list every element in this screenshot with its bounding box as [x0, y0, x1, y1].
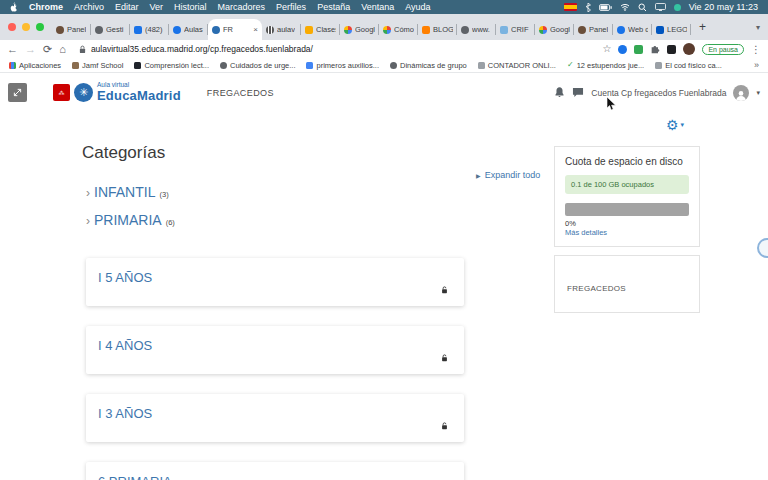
menubar-item-ayuda[interactable]: Ayuda: [405, 2, 430, 12]
profile-avatar[interactable]: [683, 43, 695, 55]
menubar-item-perfiles[interactable]: Perfiles: [276, 2, 306, 12]
settings-gear-menu[interactable]: ⚙ ▾: [666, 118, 684, 132]
menubar-item-ventana[interactable]: Ventana: [361, 2, 394, 12]
extensions-puzzle-icon[interactable]: [650, 44, 660, 54]
tab-favicon-avatar: [578, 26, 586, 34]
bluetooth-icon[interactable]: [585, 3, 591, 12]
site-header: ⁂ ✳ Aula virtual EducaMadrid FREGACEDOS …: [0, 74, 768, 111]
page-content: ⚙ ▾ Categorías ▶ Expandir todo › INFANTI…: [0, 111, 768, 480]
tab-strip: Panel Gesti (482) Aulas FR× aulav Clases…: [0, 14, 768, 40]
tab-www[interactable]: www.: [457, 19, 496, 40]
extension-blue-icon[interactable]: [618, 45, 627, 54]
tab-favicon-blogger: [422, 26, 430, 34]
tab-lego[interactable]: LEGO: [652, 19, 691, 40]
minimize-window-button[interactable]: [22, 23, 30, 31]
chevron-right-icon[interactable]: ›: [86, 214, 90, 228]
educamadrid-logo-icon: ✳: [74, 83, 93, 102]
menubar-item-editar[interactable]: Editar: [115, 2, 139, 12]
profile-paused-badge[interactable]: En pausa: [702, 44, 744, 55]
expand-all-link[interactable]: ▶ Expandir todo: [476, 170, 540, 180]
home-button[interactable]: ⌂: [59, 44, 66, 55]
bookmark-el-cod-fisico[interactable]: El cod físico ca...: [655, 61, 722, 70]
tab-google-2[interactable]: Googl: [535, 19, 574, 40]
back-button[interactable]: ←: [7, 44, 18, 55]
bookmarks-overflow-chevron-icon[interactable]: »: [754, 60, 759, 70]
tab-fregacedos-active[interactable]: FR×: [208, 19, 262, 40]
messages-bubble-icon[interactable]: [572, 84, 584, 102]
course-card-i4[interactable]: I 4 AÑOS: [86, 326, 464, 374]
tab-mail[interactable]: (482): [130, 19, 169, 40]
account-dropdown-caret-icon[interactable]: ▾: [756, 89, 760, 97]
tab-clases[interactable]: Clases: [301, 19, 340, 40]
window-controls: [8, 14, 44, 40]
tab-search-chevron-icon[interactable]: ▾: [756, 14, 760, 40]
bookmark-star-icon[interactable]: ☆: [602, 44, 611, 54]
bookmark-12-estupendos[interactable]: ✓12 estupendos jue...: [567, 61, 644, 70]
menubar-item-historial[interactable]: Historial: [174, 2, 207, 12]
bookmarks-bar: Aplicaciones Jamf School Comprensión lec…: [0, 58, 768, 73]
menubar-item-archivo[interactable]: Archivo: [74, 2, 104, 12]
chrome-menu-icon[interactable]: ⋮: [751, 44, 761, 55]
new-tab-button[interactable]: +: [691, 14, 714, 40]
bookmark-aplicaciones[interactable]: Aplicaciones: [9, 61, 61, 70]
account-name[interactable]: Cuenta Cp fregacedos Fuenlabrada: [591, 88, 726, 98]
disk-quota-badge: 0.1 de 100 GB ocupados: [565, 175, 689, 194]
wifi-icon[interactable]: [620, 3, 630, 11]
tab-gestion[interactable]: Gesti: [91, 19, 130, 40]
educamadrid-logo-link[interactable]: Aula virtual EducaMadrid: [97, 82, 181, 102]
tab-panel-2[interactable]: Panel: [574, 19, 613, 40]
bookmark-jamf-school[interactable]: Jamf School: [72, 61, 123, 70]
extension-dark-icon[interactable]: [667, 45, 676, 54]
tab-favicon-google: [344, 26, 352, 34]
comunidad-madrid-logo: ⁂: [53, 84, 70, 101]
bookmark-dinamicas[interactable]: Dinámicas de grupo: [390, 61, 467, 70]
display-control-icon[interactable]: [655, 3, 666, 11]
menubar-item-pestana[interactable]: Pestaña: [317, 2, 350, 12]
tab-crif[interactable]: CRIF: [496, 19, 535, 40]
tab-aulas[interactable]: Aulas: [169, 19, 208, 40]
disk-quota-percent: 0%: [565, 219, 689, 228]
course-card-i5[interactable]: I 5 AÑOS: [86, 258, 464, 306]
category-primaria[interactable]: › PRIMARIA (6): [86, 212, 175, 228]
close-window-button[interactable]: [8, 23, 16, 31]
disk-quota-details-link[interactable]: Más detalles: [565, 228, 689, 237]
bookmark-contador[interactable]: CONTADOR ONLI...: [478, 61, 556, 70]
user-avatar[interactable]: [733, 85, 749, 101]
https-padlock-icon[interactable]: [79, 45, 86, 54]
menubar-item-marcadores[interactable]: Marcadores: [218, 2, 266, 12]
google-icon: [306, 62, 313, 69]
bookmark-comprension[interactable]: Comprensión lect...: [134, 61, 209, 70]
tab-google-1[interactable]: Googl: [340, 19, 379, 40]
expand-drawer-button[interactable]: [8, 83, 27, 102]
chevron-right-icon[interactable]: ›: [86, 186, 90, 200]
site-nav-title[interactable]: FREGACEDOS: [567, 284, 687, 293]
spotlight-search-icon[interactable]: [638, 3, 647, 12]
menubar-item-chrome[interactable]: Chrome: [29, 2, 63, 12]
tab-como[interactable]: Cómo: [379, 19, 418, 40]
category-infantil[interactable]: › INFANTIL (3): [86, 184, 169, 200]
bookmark-primeros-auxilios[interactable]: primeros auxilios...: [306, 61, 379, 70]
forward-button[interactable]: →: [25, 44, 36, 55]
notifications-bell-icon[interactable]: [554, 84, 565, 102]
tab-panel[interactable]: Panel: [52, 19, 91, 40]
address-bar[interactable]: aulavirtual35.educa.madrid.org/cp.fregac…: [73, 42, 596, 56]
extension-green-icon[interactable]: [634, 45, 643, 54]
battery-icon[interactable]: [599, 4, 612, 11]
fullscreen-window-button[interactable]: [36, 23, 44, 31]
menubar-status-dot-icon[interactable]: [674, 4, 681, 11]
course-card-i3[interactable]: I 3 AÑOS: [86, 394, 464, 442]
menubar-clock[interactable]: Vie 20 may 11:23: [689, 2, 758, 12]
keyboard-layout-flag-icon[interactable]: [564, 3, 577, 11]
tab-aulavirtual[interactable]: aulav: [262, 19, 301, 40]
menubar-item-ver[interactable]: Ver: [150, 2, 164, 12]
reload-button[interactable]: ⟳: [43, 44, 52, 55]
course-card-6primaria[interactable]: 6 PRIMARIA: [86, 462, 464, 480]
tab-favicon-educamadrid: [212, 26, 220, 34]
floating-edge-widget-button[interactable]: [757, 238, 768, 258]
bookmark-cuidados[interactable]: Cuidados de urge...: [220, 61, 295, 70]
lock-icon: [441, 280, 448, 298]
apple-logo-icon[interactable]: [10, 2, 18, 12]
tab-web[interactable]: Web d: [613, 19, 652, 40]
tab-blog[interactable]: BLOG: [418, 19, 457, 40]
tab-close-icon[interactable]: ×: [253, 25, 258, 34]
